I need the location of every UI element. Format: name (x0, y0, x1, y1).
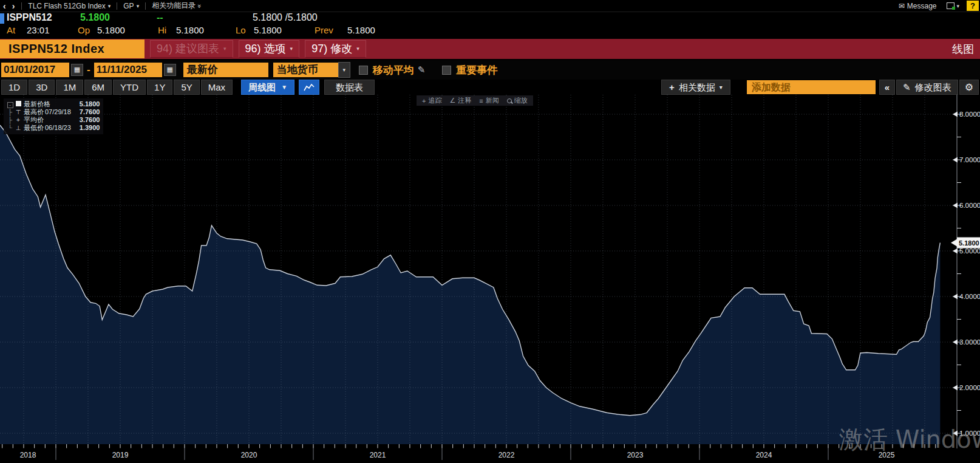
svg-text:2019: 2019 (112, 451, 129, 459)
double-chevron-down-icon: » (196, 4, 203, 7)
function-bar: ISPPN512 Index 94) 建议图表 ▾ 96) 选项 ▾ 97) 修… (0, 39, 980, 59)
security-field[interactable]: ISPPN512 Index (0, 39, 145, 58)
legend-expander-icon[interactable]: - (6, 100, 14, 108)
related-data-button[interactable]: + 相关数据 ▾ (661, 80, 730, 95)
currency-dropdown-button[interactable]: ▾ (338, 62, 350, 78)
legend-value: 5.1800 (71, 100, 100, 108)
security-menu-label: TLC Flash 512Gb Index (28, 2, 105, 10)
open-value: 5.1800 (97, 25, 125, 35)
calendar-icon[interactable]: ▦ (164, 64, 176, 76)
menu-96-options[interactable]: 96) 选项 ▾ (239, 40, 300, 58)
menu-97-label: 97) 修改 (311, 41, 352, 57)
tree-branch-icon: ├ (6, 116, 14, 124)
chart-toolbar-bar: 1D3D1M6MYTD1Y5YMax 周线图 ▼ 数据表 + 相关数据 ▾ « … (0, 80, 980, 95)
date-from-input[interactable] (1, 63, 69, 77)
back-arrow-icon[interactable]: ‹ (0, 1, 9, 11)
chevron-down-icon: ▾ (720, 80, 723, 94)
svg-text:5.0000: 5.0000 (959, 247, 980, 255)
annotate-tool[interactable]: ∠ 注释 (449, 96, 471, 105)
message-button[interactable]: ✉ Message (896, 2, 939, 10)
legend-value: 1.3900 (71, 124, 100, 132)
range-button-5y[interactable]: 5Y (174, 80, 199, 95)
help-button[interactable]: ? (967, 1, 979, 11)
svg-text:2021: 2021 (370, 451, 386, 459)
quote-row-secondary: At 23:01 Op 5.1800 Hi 5.1800 Lo 5.1800 P… (0, 25, 980, 38)
price-chart-svg: 1.00002.00003.00004.00005.00006.00007.00… (0, 95, 980, 463)
legend-row[interactable]: -最新价格5.1800 (6, 100, 100, 108)
range-button-1y[interactable]: 1Y (147, 80, 172, 95)
range-button-ytd[interactable]: YTD (113, 80, 146, 95)
gp-function-menu[interactable]: GP ▾ (121, 2, 141, 10)
moving-average-checkbox[interactable] (359, 66, 368, 75)
related-data-label: 相关数据 (679, 80, 715, 94)
tree-branch-icon: └ (6, 124, 14, 132)
legend-row[interactable]: └⊥最低价06/18/231.3900 (6, 124, 100, 132)
avg-marker-icon: + (14, 116, 22, 124)
legend-value: 3.7600 (71, 116, 100, 124)
low-label: Lo (236, 25, 246, 35)
divider (21, 2, 22, 10)
legend-row[interactable]: ├⊤最高价07/29/187.7600 (6, 108, 100, 116)
range-button-max[interactable]: Max (201, 80, 233, 95)
security-menu[interactable]: TLC Flash 512Gb Index ▾ (26, 2, 113, 10)
svg-text:7.0000: 7.0000 (959, 156, 980, 163)
tree-branch-icon: ├ (6, 108, 14, 116)
related-functions-menu[interactable]: 相关功能目录 » (149, 1, 204, 11)
chart-plot-area[interactable]: 1.00002.00003.00004.00005.00006.00007.00… (0, 95, 980, 463)
period-dropdown[interactable]: 周线图 ▼ (241, 80, 294, 95)
range-button-group: 1D3D1M6MYTD1Y5YMax (1, 80, 234, 95)
line-chart-icon (304, 83, 315, 92)
chevron-down-icon: ▼ (281, 80, 287, 94)
low-marker-icon: ⊥ (14, 124, 22, 132)
date-to-input[interactable] (94, 63, 162, 77)
y-axis-right: 1.00002.00003.00004.00005.00006.00007.00… (953, 95, 980, 448)
pencil-icon[interactable]: ✎ (418, 64, 426, 75)
range-button-1d[interactable]: 1D (1, 80, 27, 95)
svg-text:4.0000: 4.0000 (959, 293, 980, 300)
key-events-checkbox[interactable] (442, 66, 451, 75)
calendar-icon[interactable]: ▦ (71, 64, 83, 76)
legend-label: 平均价 (24, 116, 44, 124)
chart-settings-gear-button[interactable]: ⚙ (959, 80, 979, 95)
range-button-1m[interactable]: 1M (56, 80, 83, 95)
edit-chart-button[interactable]: ✎ 修改图表 (896, 80, 958, 95)
bid-ask: 5.1800 /5.1800 (253, 12, 318, 23)
news-tool[interactable]: ≡ 新闻 (479, 96, 499, 105)
zoom-label: 缩放 (514, 96, 528, 105)
range-button-6m[interactable]: 6M (84, 80, 112, 95)
annotate-label: 注释 (458, 96, 471, 105)
menu-97-edit[interactable]: 97) 修改 ▾ (305, 40, 366, 58)
news-lines-icon: ≡ (479, 97, 483, 105)
forward-arrow-icon[interactable]: › (9, 1, 18, 11)
price-field-select[interactable]: 最新价 (183, 63, 268, 77)
envelope-icon: ✉ (899, 2, 905, 10)
chart-type-label: 线图 (952, 42, 980, 57)
zoom-tool[interactable]: 缩放 (507, 96, 528, 105)
menu-94-suggested-charts[interactable]: 94) 建议图表 ▾ (150, 40, 233, 58)
price-area-fill (0, 125, 940, 444)
svg-text:3.0000: 3.0000 (959, 338, 980, 346)
range-button-3d[interactable]: 3D (29, 80, 55, 95)
prev-label: Prev (315, 25, 333, 35)
add-data-input[interactable] (747, 80, 876, 94)
collapse-panel-button[interactable]: « (879, 80, 895, 95)
line-chart-type-button[interactable] (299, 80, 319, 95)
legend-value: 7.7600 (71, 108, 100, 116)
chevron-down-icon: ▾ (223, 41, 226, 57)
x-axis-bottom: 20182019202020212022202320242025 (2, 444, 936, 460)
at-time: 23:01 (27, 25, 50, 35)
chart-legend[interactable]: -最新价格5.1800├⊤最高价07/29/187.7600├+平均价3.760… (4, 98, 103, 134)
last-price-tag: 5.1800 (951, 238, 980, 249)
plus-icon: + (669, 80, 675, 94)
moving-average-label: 移动平均 (373, 63, 414, 77)
chevron-down-icon: ▾ (290, 41, 293, 57)
currency-select[interactable]: 当地货币 (273, 63, 338, 77)
svg-text:2.0000: 2.0000 (959, 384, 980, 391)
news-label: 新闻 (486, 96, 499, 105)
related-functions-label: 相关功能目录 (152, 1, 196, 11)
legend-row[interactable]: ├+平均价3.7600 (6, 116, 100, 124)
svg-text:2023: 2023 (627, 451, 644, 459)
launch-window-button[interactable]: ▾ (944, 2, 962, 9)
track-tool[interactable]: + 追踪 (422, 96, 441, 105)
data-table-button[interactable]: 数据表 (324, 80, 375, 95)
